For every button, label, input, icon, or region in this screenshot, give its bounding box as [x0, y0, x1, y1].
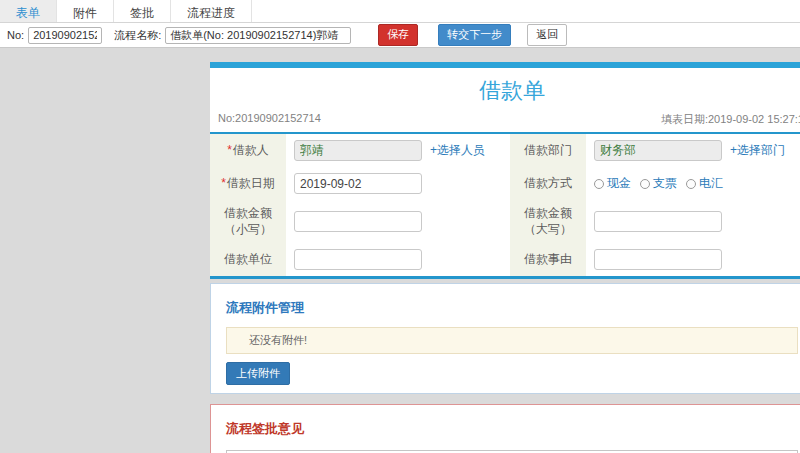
required-mark: * — [227, 143, 232, 157]
approval-panel: 流程签批意见 B I abc — [210, 404, 800, 453]
amount-uppercase-input[interactable] — [594, 211, 722, 232]
table-row: 借款金额（小写） 借款金额（大写） — [210, 200, 800, 243]
command-bar: No: 流程名称: 保存 转交下一步 返回 — [0, 23, 800, 48]
borrower-input[interactable] — [294, 140, 422, 161]
no-label: No: — [7, 29, 24, 41]
tab-bar: 表单 附件 签批 流程进度 — [0, 0, 800, 23]
radio-cheque[interactable]: 支票 — [640, 175, 677, 192]
amount-lowercase-label: 借款金额（小写） — [210, 200, 286, 243]
fill-date: 填表日期:2019-09-02 15:27:1 — [661, 112, 800, 127]
amount-uppercase-label: 借款金额（大写） — [510, 200, 586, 243]
tab-approval[interactable]: 签批 — [114, 0, 171, 22]
radio-cash[interactable]: 现金 — [594, 175, 631, 192]
tab-progress[interactable]: 流程进度 — [171, 0, 252, 22]
loan-method-label: 借款方式 — [510, 167, 586, 200]
borrower-label: *借款人 — [210, 134, 286, 167]
required-mark: * — [221, 176, 226, 190]
radio-icon — [640, 179, 650, 189]
save-button[interactable]: 保存 — [378, 24, 418, 45]
approval-heading: 流程签批意见 — [226, 420, 798, 438]
process-name-label: 流程名称: — [114, 28, 161, 43]
department-input[interactable] — [594, 140, 722, 161]
tab-attachment[interactable]: 附件 — [57, 0, 114, 22]
forward-next-step-button[interactable]: 转交下一步 — [438, 24, 511, 45]
loan-form-card: 借款单 No:20190902152714 填表日期:2019-09-02 15… — [210, 68, 800, 279]
loan-unit-label: 借款单位 — [210, 243, 286, 276]
no-input[interactable] — [28, 27, 102, 44]
radio-icon — [594, 179, 604, 189]
back-button[interactable]: 返回 — [527, 24, 567, 45]
radio-icon — [686, 179, 696, 189]
loan-date-label: *借款日期 — [210, 167, 286, 200]
radio-wire[interactable]: 电汇 — [686, 175, 723, 192]
doc-number: No:20190902152714 — [218, 112, 321, 127]
loan-method-options: 现金 支票 电汇 — [594, 175, 800, 192]
attachment-heading: 流程附件管理 — [226, 299, 798, 317]
no-attachment-alert: 还没有附件! — [226, 327, 798, 354]
attachment-panel: 流程附件管理 还没有附件! 上传附件 — [210, 283, 800, 394]
table-row: *借款人 +选择人员 借款部门 +选择部门 — [210, 134, 800, 167]
main-panel: 借款单 No:20190902152714 填表日期:2019-09-02 15… — [210, 62, 800, 453]
select-department-link[interactable]: +选择部门 — [730, 143, 785, 157]
table-row: *借款日期 借款方式 现金 支票 — [210, 167, 800, 200]
amount-lowercase-input[interactable] — [294, 211, 422, 232]
loan-unit-input[interactable] — [294, 249, 422, 270]
department-label: 借款部门 — [510, 134, 586, 167]
tab-form[interactable]: 表单 — [0, 0, 57, 22]
form-meta-row: No:20190902152714 填表日期:2019-09-02 15:27:… — [210, 109, 800, 132]
loan-reason-input[interactable] — [594, 249, 722, 270]
form-title: 借款单 — [210, 68, 800, 109]
loan-reason-label: 借款事由 — [510, 243, 586, 276]
upload-attachment-button[interactable]: 上传附件 — [226, 362, 290, 385]
divider-bottom — [210, 276, 800, 279]
loan-date-input[interactable] — [294, 173, 422, 194]
process-name-input[interactable] — [165, 27, 351, 44]
select-person-link[interactable]: +选择人员 — [430, 143, 485, 157]
table-row: 借款单位 借款事由 — [210, 243, 800, 276]
form-table: *借款人 +选择人员 借款部门 +选择部门 *借款日期 — [210, 134, 800, 276]
